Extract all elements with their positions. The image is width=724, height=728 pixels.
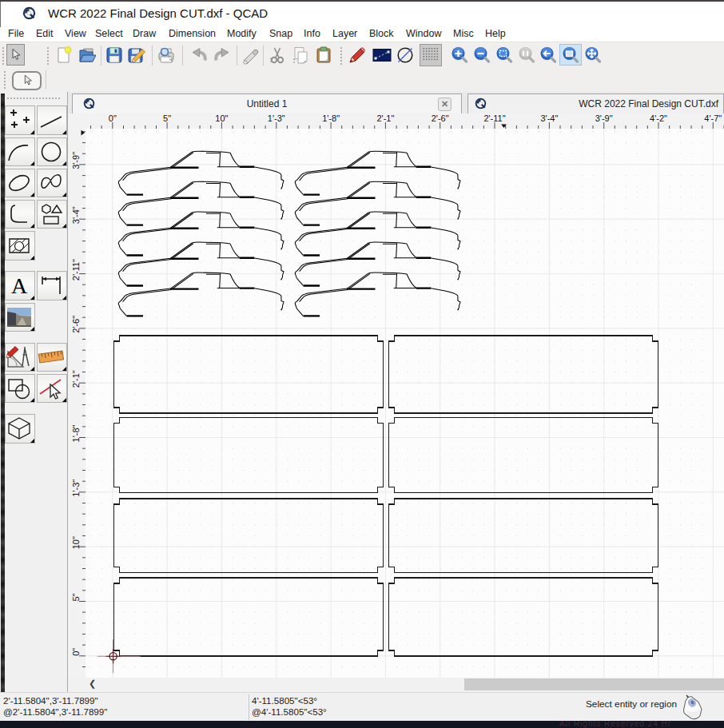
svg-text:1'-3": 1'-3" (71, 479, 81, 497)
svg-text:10": 10" (215, 113, 228, 123)
svg-text:3'-9": 3'-9" (71, 152, 81, 169)
svg-text:3'-4": 3'-4" (71, 206, 81, 224)
svg-text:5": 5" (163, 113, 171, 123)
svg-text:1'-8": 1'-8" (71, 424, 81, 442)
svg-text:2'-11": 2'-11" (71, 259, 81, 280)
svg-text:5": 5" (71, 593, 81, 601)
svg-text:2'-1": 2'-1" (71, 370, 81, 388)
svg-text:1'-8": 1'-8" (322, 113, 340, 123)
svg-text:0": 0" (71, 648, 81, 656)
svg-text:10": 10" (71, 536, 81, 549)
svg-text:4'-2": 4'-2" (650, 113, 667, 123)
svg-text:4'-7": 4'-7" (704, 113, 722, 123)
svg-text:3'-4": 3'-4" (540, 113, 558, 123)
svg-text:2'-6": 2'-6" (71, 316, 81, 333)
svg-text:2'-1": 2'-1" (376, 113, 394, 123)
svg-text:2'-6": 2'-6" (432, 113, 449, 123)
svg-text:0": 0" (109, 113, 117, 123)
svg-text:2'-11": 2'-11" (483, 113, 505, 123)
svg-text:3'-9": 3'-9" (595, 113, 613, 123)
svg-text:1'-3": 1'-3" (268, 113, 285, 123)
svg-text:A: A (10, 273, 27, 298)
